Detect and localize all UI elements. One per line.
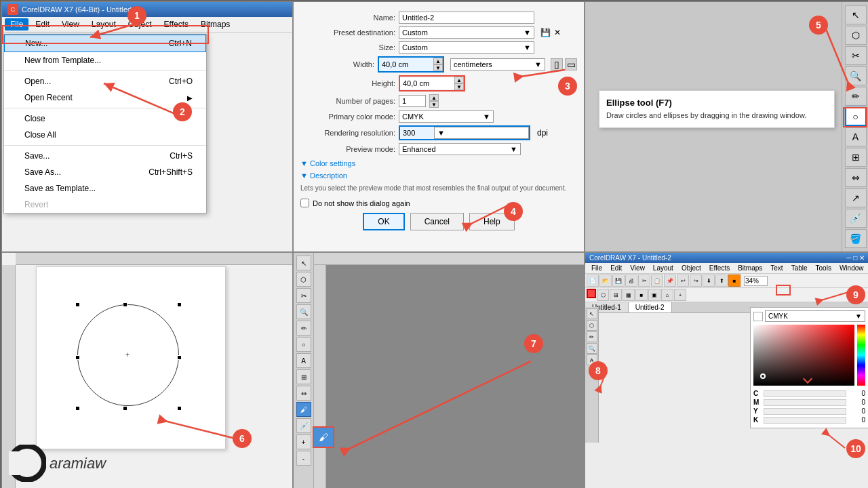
cdr2-redo[interactable]: ↪ (690, 274, 702, 287)
cdr2-new[interactable]: 📄 (587, 274, 599, 287)
mini-tool-8[interactable]: ⊞ (296, 369, 311, 384)
tool-freehand[interactable]: ✏ (845, 87, 867, 106)
mini-tool-9[interactable]: ⇔ (296, 386, 311, 401)
mini-tool-10[interactable]: 🖌 (296, 402, 311, 417)
pages-down[interactable]: ▼ (429, 101, 439, 108)
cdr2-ltool-1[interactable]: ↖ (587, 308, 597, 319)
cdr2-ltool-2[interactable]: ⬡ (587, 320, 597, 331)
cdr2-table[interactable]: Table (788, 264, 811, 272)
landscape-btn[interactable]: ▭ (565, 58, 577, 70)
menu-new-template[interactable]: New from Template... (4, 52, 206, 68)
color-mode-select[interactable]: CMYK ▼ (765, 310, 865, 322)
cdr2-object[interactable]: Object (678, 264, 705, 272)
cdr2-view[interactable]: View (627, 264, 648, 272)
menu-save[interactable]: Save... Ctrl+S (4, 148, 206, 164)
cdr2-zoom-input[interactable] (744, 276, 768, 286)
resolution-unit-dropdown[interactable]: ▼ (434, 127, 529, 139)
tool-select[interactable]: ↖ (845, 5, 867, 24)
hue-slider[interactable] (857, 325, 865, 386)
cdr2-ltool-3[interactable]: ✏ (587, 331, 597, 342)
tab-untitled2[interactable]: Untitled-2 (629, 302, 672, 312)
mini-tool-12[interactable]: + (296, 434, 311, 449)
tool-table[interactable]: ⊞ (845, 148, 867, 167)
mini-tool-1[interactable]: ↖ (296, 256, 311, 270)
menu-save-template[interactable]: Save as Template... (4, 180, 206, 197)
height-input[interactable] (400, 78, 454, 89)
bitmaps-menu[interactable]: Bitmaps (195, 18, 235, 30)
cdr2-open[interactable]: 📂 (599, 274, 612, 287)
color-swatch[interactable] (753, 312, 763, 321)
preset-del-icon[interactable]: ✕ (554, 28, 561, 37)
m-bar[interactable] (764, 399, 846, 406)
active-tool-display[interactable]: 🖌 (313, 426, 334, 448)
tool-eyedropper[interactable]: 💉 (845, 209, 867, 228)
cdr2-print[interactable]: 🖨 (625, 274, 637, 287)
handle-mr[interactable] (177, 355, 182, 360)
y-bar[interactable] (764, 408, 846, 415)
mini-tool-6[interactable]: ○ (296, 337, 311, 352)
cdr2-edit[interactable]: Edit (607, 264, 625, 272)
c-bar[interactable] (764, 390, 846, 397)
cdr2-ltool-4[interactable]: 🔍 (587, 343, 597, 354)
cdr2-t2-6[interactable]: ⌂ (661, 289, 673, 301)
menu-close-all[interactable]: Close All (4, 127, 206, 143)
name-input[interactable] (399, 12, 534, 24)
tool-ellipse[interactable]: ○ (845, 107, 867, 126)
tool-zoom[interactable]: 🔍 (845, 66, 867, 85)
mini-tool-3[interactable]: ✂ (296, 288, 311, 303)
layout-menu[interactable]: Layout (86, 18, 121, 30)
cdr2-effects[interactable]: Effects (706, 264, 733, 272)
k-bar[interactable] (764, 417, 846, 424)
size-dropdown[interactable]: Custom ▼ (399, 41, 534, 54)
color-mode-dropdown[interactable]: CMYK ▼ (399, 110, 494, 123)
handle-bc[interactable] (123, 406, 127, 411)
preview-mode-dropdown[interactable]: Enhanced ▼ (399, 143, 521, 155)
resolution-input[interactable] (400, 127, 434, 138)
mini-tool-5[interactable]: ✏ (296, 321, 311, 336)
menu-open[interactable]: Open... Ctrl+O (4, 73, 206, 89)
tool-crop[interactable]: ✂ (845, 46, 867, 65)
cdr2-tools[interactable]: Tools (812, 264, 835, 272)
preset-dropdown[interactable]: Custom ▼ (399, 26, 534, 39)
tool-dimension[interactable]: ⇔ (845, 168, 867, 187)
handle-br[interactable] (177, 406, 182, 411)
color-gradient[interactable] (753, 325, 854, 386)
file-menu[interactable]: File (5, 18, 28, 30)
picker-dot[interactable] (760, 373, 766, 379)
cdr2-bitmaps[interactable]: Bitmaps (734, 264, 766, 272)
cdr2-paste[interactable]: 📌 (664, 274, 676, 287)
cancel-button[interactable]: Cancel (410, 213, 464, 230)
width-down[interactable]: ▼ (433, 64, 443, 71)
cdr2-t2-5[interactable]: ▣ (648, 289, 660, 301)
cdr2-export[interactable]: ⬆ (715, 274, 728, 287)
cdr2-copy[interactable]: 📋 (651, 274, 663, 287)
cdr2-import[interactable]: ⬇ (703, 274, 715, 287)
mini-tool-11[interactable]: 💉 (296, 418, 311, 433)
ok-button[interactable]: OK (363, 213, 404, 230)
cdr2-t2-4[interactable]: ■ (635, 289, 648, 301)
height-down[interactable]: ▼ (454, 83, 464, 90)
width-input[interactable] (379, 59, 433, 70)
pages-input[interactable] (399, 95, 426, 107)
cdr2-save[interactable]: 💾 (612, 274, 625, 287)
menu-open-recent[interactable]: Open Recent ▶ (4, 89, 206, 106)
handle-bl[interactable] (75, 406, 80, 411)
width-unit-dropdown[interactable]: centimeters ▼ (450, 58, 545, 70)
tool-connector[interactable]: ↗ (845, 188, 867, 207)
mini-tool-7[interactable]: A (296, 353, 311, 368)
cdr2-text[interactable]: Text (767, 264, 786, 272)
portrait-btn[interactable]: ▯ (551, 58, 563, 70)
cdr2-layout[interactable]: Layout (650, 264, 677, 272)
mini-tool-4[interactable]: 🔍 (296, 304, 311, 319)
cdr2-special[interactable]: ■ (728, 274, 741, 287)
tool-text[interactable]: A (845, 127, 867, 146)
handle-tr[interactable] (177, 302, 182, 307)
pages-up[interactable]: ▲ (429, 94, 439, 101)
tool-fill[interactable]: 🪣 (845, 229, 867, 248)
mini-tool-2[interactable]: ⬡ (296, 272, 311, 287)
height-up[interactable]: ▲ (454, 77, 464, 83)
preset-save-icon[interactable]: 💾 (540, 28, 551, 37)
handle-ml[interactable] (75, 355, 80, 360)
cdr2-t2-1[interactable]: ⬡ (597, 289, 609, 301)
mini-tool-13[interactable]: - (296, 451, 311, 466)
